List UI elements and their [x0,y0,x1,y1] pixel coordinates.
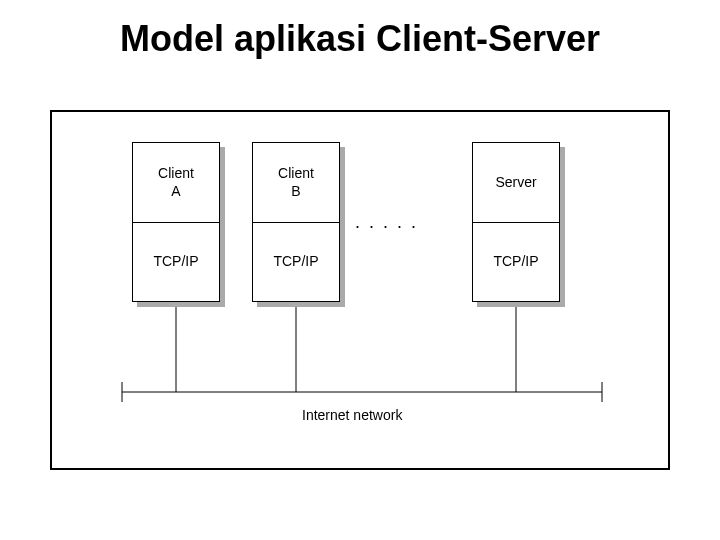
diagram-frame: ClientA TCP/IP ClientB TCP/IP . . . . . … [50,110,670,470]
slide: Model aplikasi Client-Server ClientA TCP… [0,0,720,540]
network-label: Internet network [302,407,402,423]
slide-title: Model aplikasi Client-Server [0,18,720,60]
